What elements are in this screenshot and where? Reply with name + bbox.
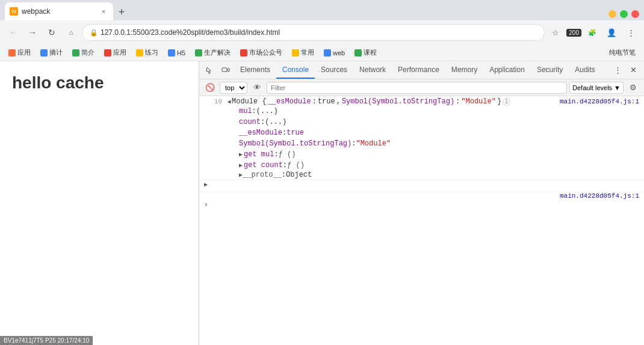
console-line: 10 ▼ Module { __esModule : true , bbox=[199, 96, 644, 180]
bookmark-item[interactable]: 简介 bbox=[69, 47, 98, 58]
proto-row: ▶ __proto__ : Object bbox=[239, 171, 639, 179]
object-properties: mul : (...) count : (...) __esModule bbox=[227, 106, 639, 179]
watermark: BV1e7411j7T5 P25 20:17/24:10 bbox=[0, 336, 93, 345]
device-toolbar-button[interactable] bbox=[218, 63, 233, 78]
tab-favicon: W bbox=[10, 7, 18, 16]
devtools-more-button[interactable]: ⋮ bbox=[610, 63, 625, 78]
prompt-arrow-icon: › bbox=[204, 201, 208, 209]
filter-input[interactable] bbox=[267, 82, 567, 94]
address-right-icons: ☆ 200 🧩 👤 ⋮ bbox=[547, 24, 639, 41]
tab-title: webpack bbox=[22, 7, 95, 16]
property-row-count: count : (...) bbox=[239, 117, 639, 127]
back-button[interactable]: ← bbox=[5, 24, 22, 41]
page-content: hello cache bbox=[0, 61, 199, 345]
tab-sources[interactable]: Sources bbox=[315, 61, 353, 79]
tab-memory[interactable]: Memory bbox=[445, 61, 483, 79]
clear-console-button[interactable]: 🚫 bbox=[203, 81, 217, 95]
bookmark-icon bbox=[104, 49, 111, 56]
property-row-esmodule: __esModule : true bbox=[239, 127, 639, 138]
bookmark-icon bbox=[168, 49, 175, 56]
more-menu-button[interactable]: ⋮ bbox=[622, 24, 639, 41]
extension-badge: 200 bbox=[566, 29, 581, 37]
getter-expand-icon[interactable]: ▶ bbox=[239, 162, 243, 169]
bookmark-item[interactable]: 课程 bbox=[351, 47, 380, 58]
bookmark-item[interactable]: 练习 bbox=[132, 47, 162, 58]
eye-button[interactable]: 👁 bbox=[250, 81, 264, 95]
svg-rect-0 bbox=[222, 68, 227, 72]
bookmarks-bar: 应用 摘计 简介 应用 练习 H5 生产解决 市场公众号 bbox=[0, 44, 644, 61]
context-selector[interactable]: top bbox=[220, 82, 247, 94]
main-area: hello cache Element bbox=[0, 61, 644, 345]
tab-application[interactable]: Application bbox=[483, 61, 531, 79]
console-toolbar: 🚫 top 👁 Default levels ▼ ⚙ bbox=[199, 79, 644, 96]
source-link-2[interactable]: main.d4228d05f4.js:1 bbox=[554, 192, 639, 200]
tab-performance[interactable]: Performance bbox=[392, 61, 445, 79]
bookmark-icon bbox=[292, 49, 299, 56]
bookmark-icon bbox=[195, 49, 202, 56]
bookmark-icon bbox=[240, 49, 247, 56]
console-input-line: › bbox=[199, 200, 644, 210]
bookmark-item[interactable]: 摘计 bbox=[37, 47, 66, 58]
bookmark-item[interactable]: 市场公众号 bbox=[237, 47, 286, 58]
address-bar: ← → ↻ ⌂ 🔒 127.0.0.1:5500/23.code%20split… bbox=[0, 20, 644, 44]
refresh-button[interactable]: ↻ bbox=[43, 24, 60, 41]
getter-expand-icon[interactable]: ▶ bbox=[239, 151, 243, 158]
object-header[interactable]: ▼ Module { __esModule : true , Symbol(Sy… bbox=[227, 97, 510, 106]
collapse-arrow-icon[interactable]: ▶ bbox=[204, 181, 208, 188]
source-link-1[interactable]: main.d4228d05f4.js:1 bbox=[554, 98, 639, 105]
home-button[interactable]: ⌂ bbox=[63, 24, 79, 41]
bookmark-icon bbox=[40, 49, 48, 56]
tab-security[interactable]: Security bbox=[531, 61, 569, 79]
page-title: hello cache bbox=[12, 73, 104, 93]
bookmark-item[interactable]: H5 bbox=[164, 48, 189, 58]
tab-close-btn[interactable]: × bbox=[99, 7, 108, 16]
cursor-icon bbox=[206, 66, 214, 75]
expand-arrow-icon[interactable]: ▼ bbox=[226, 100, 232, 103]
bookmark-icon bbox=[8, 49, 16, 56]
inspect-element-button[interactable] bbox=[203, 63, 217, 78]
bookmark-icon bbox=[72, 49, 79, 56]
svg-rect-1 bbox=[228, 69, 229, 72]
line-number: 10 bbox=[204, 97, 222, 105]
property-row-symbol: Symbol(Symbol.toStringTag) : "Module" bbox=[239, 138, 639, 149]
bookmark-icon bbox=[136, 49, 143, 56]
browser-tab[interactable]: W webpack × bbox=[5, 2, 113, 20]
bookmark-button[interactable]: ☆ bbox=[547, 24, 564, 41]
bookmark-item[interactable]: 常用 bbox=[288, 47, 318, 58]
default-levels-dropdown[interactable]: Default levels ▼ bbox=[569, 82, 624, 94]
devtools-toolbar-right: ⋮ ✕ bbox=[610, 63, 640, 78]
getter-row-mul: ▶ get mul : ƒ () bbox=[239, 149, 639, 160]
getter-row-count: ▶ get count : ƒ () bbox=[239, 160, 639, 171]
devtools-tabs: Elements Console Sources Network Perform… bbox=[234, 61, 609, 79]
tab-network[interactable]: Network bbox=[353, 61, 392, 79]
tab-console[interactable]: Console bbox=[276, 61, 315, 79]
tab-elements[interactable]: Elements bbox=[234, 61, 276, 79]
console-collapse-line: ▶ bbox=[199, 180, 644, 192]
close-window-button[interactable] bbox=[631, 10, 639, 18]
maximize-button[interactable] bbox=[620, 10, 628, 18]
bookmark-item-right[interactable]: 纯电节笔 bbox=[605, 47, 639, 58]
tab-audits[interactable]: Audits bbox=[569, 61, 601, 79]
account-button[interactable]: 👤 bbox=[603, 24, 620, 41]
bookmark-icon bbox=[355, 49, 362, 56]
bookmark-item[interactable]: web bbox=[320, 48, 348, 58]
bookmark-item[interactable]: 应用 bbox=[101, 47, 130, 58]
minimize-button[interactable] bbox=[608, 10, 616, 18]
console-output: 10 ▼ Module { __esModule : true , bbox=[199, 96, 644, 345]
security-lock-icon: 🔒 bbox=[90, 29, 98, 37]
bookmark-icon bbox=[324, 49, 331, 56]
forward-button[interactable]: → bbox=[24, 24, 41, 41]
url-bar[interactable]: 🔒 127.0.0.1:5500/23.code%20split/demo3/b… bbox=[82, 24, 545, 41]
tab-bar: W webpack × + bbox=[0, 0, 644, 20]
new-tab-button[interactable]: + bbox=[113, 4, 130, 20]
devtools-panel: Elements Console Sources Network Perform… bbox=[199, 61, 644, 345]
bookmark-item[interactable]: 生产解决 bbox=[191, 47, 234, 58]
devtools-close-button[interactable]: ✕ bbox=[626, 63, 640, 78]
devtools-toolbar: Elements Console Sources Network Perform… bbox=[199, 61, 644, 79]
extensions-button[interactable]: 🧩 bbox=[584, 24, 601, 41]
bookmark-item[interactable]: 应用 bbox=[5, 47, 34, 58]
property-row-mul: mul : (...) bbox=[239, 106, 639, 117]
object-info-icon[interactable]: i bbox=[503, 98, 510, 106]
browser-frame: W webpack × + ← → ↻ ⌂ 🔒 127.0.0.1:5500/2… bbox=[0, 0, 644, 345]
console-settings-button[interactable]: ⚙ bbox=[626, 81, 640, 95]
